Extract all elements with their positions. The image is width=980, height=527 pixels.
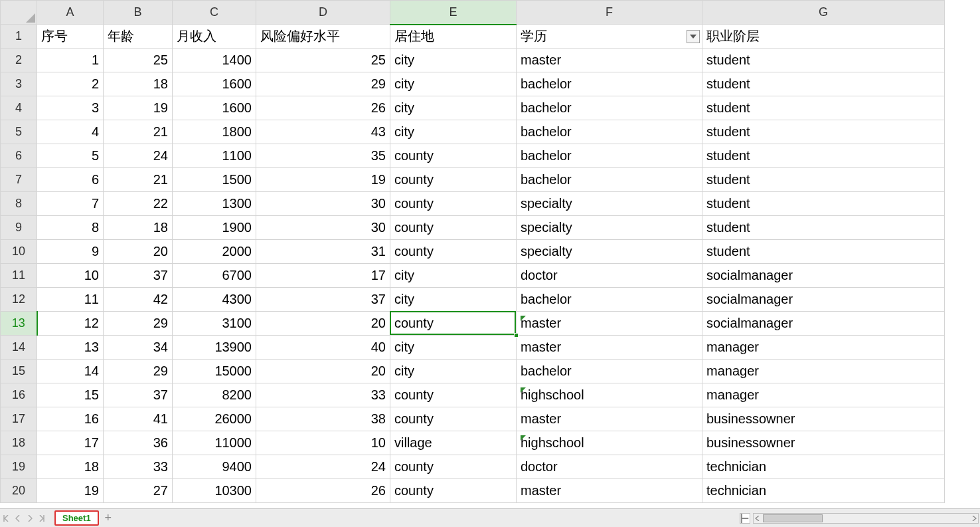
cell-C8[interactable]: 1300: [173, 192, 256, 216]
row-header-1[interactable]: 1: [1, 25, 37, 49]
cell-B4[interactable]: 19: [104, 96, 173, 120]
cell-G16[interactable]: manager: [702, 383, 945, 407]
cell-F2[interactable]: master: [517, 49, 702, 72]
cell-D10[interactable]: 31: [256, 240, 390, 264]
cell-F5[interactable]: bachelor: [517, 120, 702, 144]
cell-D3[interactable]: 29: [256, 72, 390, 96]
cell-A9[interactable]: 8: [37, 216, 104, 240]
header-cell-E[interactable]: 居住地: [390, 25, 517, 49]
sheet-tab-active[interactable]: Sheet1: [54, 510, 99, 526]
cell-C6[interactable]: 1100: [173, 144, 256, 168]
cell-D17[interactable]: 38: [256, 407, 390, 431]
cell-F13[interactable]: master: [517, 312, 702, 336]
cell-B14[interactable]: 34: [104, 336, 173, 360]
cell-E9[interactable]: county: [390, 216, 517, 240]
cell-E16[interactable]: county: [390, 383, 517, 407]
cell-D9[interactable]: 30: [256, 216, 390, 240]
cell-C17[interactable]: 26000: [173, 407, 256, 431]
row-header-14[interactable]: 14: [1, 336, 37, 360]
cell-C3[interactable]: 1600: [173, 72, 256, 96]
cell-A19[interactable]: 18: [37, 455, 104, 479]
cell-B15[interactable]: 29: [104, 360, 173, 383]
scroll-thumb[interactable]: [763, 514, 823, 522]
cell-E13[interactable]: county: [390, 312, 517, 336]
cell-F10[interactable]: specialty: [517, 240, 702, 264]
header-cell-F[interactable]: 学历: [517, 25, 702, 49]
cell-C4[interactable]: 1600: [173, 96, 256, 120]
header-cell-G[interactable]: 职业阶层: [702, 25, 945, 49]
cell-B6[interactable]: 24: [104, 144, 173, 168]
header-cell-D[interactable]: 风险偏好水平: [256, 25, 390, 49]
cell-E11[interactable]: city: [390, 264, 517, 288]
cell-C15[interactable]: 15000: [173, 360, 256, 383]
cell-B5[interactable]: 21: [104, 120, 173, 144]
cell-F20[interactable]: master: [517, 479, 702, 503]
cell-E2[interactable]: city: [390, 49, 517, 72]
cell-G8[interactable]: student: [702, 192, 945, 216]
cell-E19[interactable]: county: [390, 455, 517, 479]
cell-A18[interactable]: 17: [37, 431, 104, 455]
cell-G15[interactable]: manager: [702, 360, 945, 383]
row-header-11[interactable]: 11: [1, 264, 37, 288]
cell-E15[interactable]: city: [390, 360, 517, 383]
column-header-E[interactable]: E: [390, 1, 517, 25]
cell-E10[interactable]: county: [390, 240, 517, 264]
cell-A14[interactable]: 13: [37, 336, 104, 360]
row-header-2[interactable]: 2: [1, 49, 37, 72]
cell-F15[interactable]: bachelor: [517, 360, 702, 383]
row-header-19[interactable]: 19: [1, 455, 37, 479]
cell-G5[interactable]: student: [702, 120, 945, 144]
cell-F3[interactable]: bachelor: [517, 72, 702, 96]
cell-B19[interactable]: 33: [104, 455, 173, 479]
row-header-7[interactable]: 7: [1, 168, 37, 192]
row-header-4[interactable]: 4: [1, 96, 37, 120]
add-sheet-button[interactable]: +: [99, 509, 118, 528]
cell-A12[interactable]: 11: [37, 288, 104, 312]
cell-E17[interactable]: county: [390, 407, 517, 431]
cell-A13[interactable]: 12: [37, 312, 104, 336]
column-header-A[interactable]: A: [37, 1, 104, 25]
cell-G12[interactable]: socialmanager: [702, 288, 945, 312]
cell-A11[interactable]: 10: [37, 264, 104, 288]
column-header-G[interactable]: G: [702, 1, 945, 25]
cell-B10[interactable]: 20: [104, 240, 173, 264]
row-header-9[interactable]: 9: [1, 216, 37, 240]
cell-F8[interactable]: specialty: [517, 192, 702, 216]
cell-B9[interactable]: 18: [104, 216, 173, 240]
cell-B3[interactable]: 18: [104, 72, 173, 96]
cell-D2[interactable]: 25: [256, 49, 390, 72]
sheet-table[interactable]: ABCDEFG1序号年龄月收入风险偏好水平居住地学历职业阶层2125140025…: [0, 0, 945, 503]
header-cell-B[interactable]: 年龄: [104, 25, 173, 49]
cell-B16[interactable]: 37: [104, 383, 173, 407]
row-header-17[interactable]: 17: [1, 407, 37, 431]
cell-C5[interactable]: 1800: [173, 120, 256, 144]
cell-F11[interactable]: doctor: [517, 264, 702, 288]
cell-A4[interactable]: 3: [37, 96, 104, 120]
cell-C19[interactable]: 9400: [173, 455, 256, 479]
cell-G20[interactable]: technician: [702, 479, 945, 503]
cell-F14[interactable]: master: [517, 336, 702, 360]
cell-B7[interactable]: 21: [104, 168, 173, 192]
cell-G11[interactable]: socialmanager: [702, 264, 945, 288]
cell-D4[interactable]: 26: [256, 96, 390, 120]
cell-C2[interactable]: 1400: [173, 49, 256, 72]
row-header-12[interactable]: 12: [1, 288, 37, 312]
filter-dropdown-button[interactable]: [687, 30, 700, 43]
cell-D14[interactable]: 40: [256, 336, 390, 360]
row-header-6[interactable]: 6: [1, 144, 37, 168]
cell-E6[interactable]: county: [390, 144, 517, 168]
cell-C11[interactable]: 6700: [173, 264, 256, 288]
cell-G19[interactable]: technician: [702, 455, 945, 479]
row-header-16[interactable]: 16: [1, 383, 37, 407]
cell-A5[interactable]: 4: [37, 120, 104, 144]
row-header-8[interactable]: 8: [1, 192, 37, 216]
cell-B11[interactable]: 37: [104, 264, 173, 288]
cell-E12[interactable]: city: [390, 288, 517, 312]
row-header-18[interactable]: 18: [1, 431, 37, 455]
column-header-F[interactable]: F: [517, 1, 702, 25]
cell-G14[interactable]: manager: [702, 336, 945, 360]
cell-D18[interactable]: 10: [256, 431, 390, 455]
cell-F12[interactable]: bachelor: [517, 288, 702, 312]
cell-G4[interactable]: student: [702, 96, 945, 120]
header-cell-A[interactable]: 序号: [37, 25, 104, 49]
